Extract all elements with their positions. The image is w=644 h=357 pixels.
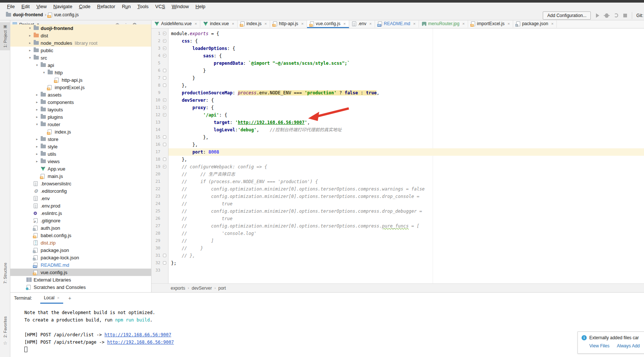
chevron-down-icon[interactable]: ▾ xyxy=(35,63,39,67)
fold-marker-icon[interactable] xyxy=(163,39,166,43)
tree-item-dist[interactable]: ▸dist xyxy=(10,32,151,39)
tree-item-.editorconfig[interactable]: ⚙.editorconfig xyxy=(10,187,151,195)
fold-marker-icon[interactable] xyxy=(163,261,166,265)
menu-item[interactable]: Edit xyxy=(18,4,33,9)
fold-marker-icon[interactable] xyxy=(163,158,166,161)
tree-item-views[interactable]: ▸views xyxy=(10,158,151,165)
tab-package.json[interactable]: {}package.json× xyxy=(513,20,557,28)
fold-marker-icon[interactable] xyxy=(163,76,166,80)
tree-item-App.vue[interactable]: App.vue xyxy=(10,165,151,172)
chevron-right-icon[interactable]: ▸ xyxy=(35,145,39,148)
breadcrumb-file[interactable]: vue.config.js xyxy=(54,12,79,17)
menu-item[interactable]: Refactor xyxy=(94,4,119,9)
fold-marker-icon[interactable] xyxy=(163,54,166,57)
tree-item-layouts[interactable]: ▸layouts xyxy=(10,106,151,113)
tool-window-button-favorites[interactable]: 2: Favorites ☆ xyxy=(0,316,10,346)
tab-close-icon[interactable]: × xyxy=(232,21,234,26)
tree-item-External Libraries[interactable]: External Libraries xyxy=(10,276,151,283)
tree-item-src[interactable]: ▾src xyxy=(10,54,151,61)
tree-item-.env.prod[interactable]: .env.prod xyxy=(10,202,151,209)
terminal-tab-close-icon[interactable]: × xyxy=(57,296,59,300)
tool-window-button-project[interactable]: ▣ 1: Project xyxy=(0,22,10,50)
tab-README.md[interactable]: MDREADME.md× xyxy=(375,20,419,28)
fold-marker-icon[interactable] xyxy=(163,165,166,168)
breadcrumb-project[interactable]: duoji-frontend xyxy=(13,12,43,17)
chevron-right-icon[interactable]: ▸ xyxy=(35,159,39,163)
add-configuration-button[interactable]: Add Configuration... xyxy=(543,11,591,20)
editor-breadcrumb-port[interactable]: port xyxy=(218,286,226,291)
tree-item-babel.config.js[interactable]: JSbabel.config.js xyxy=(10,232,151,239)
chevron-right-icon[interactable]: ▸ xyxy=(35,152,39,156)
chevron-right-icon[interactable]: ▸ xyxy=(35,115,39,119)
menu-item[interactable]: File xyxy=(4,4,18,9)
tree-item-style[interactable]: ▸style xyxy=(10,143,151,150)
tree-item-duoji-frontend[interactable]: ▾duoji-frontend xyxy=(10,24,151,32)
tree-item-http[interactable]: ▾http xyxy=(10,69,151,76)
tree-item-components[interactable]: ▸components xyxy=(10,98,151,106)
chevron-right-icon[interactable]: ▸ xyxy=(35,137,39,141)
fold-marker-icon[interactable] xyxy=(163,98,166,102)
tab-http-api.js[interactable]: JShttp-api.js× xyxy=(270,20,307,28)
menu-item[interactable]: VCS xyxy=(152,4,168,9)
tree-item-index.js[interactable]: JSindex.js xyxy=(10,128,151,135)
terminal-tab-local[interactable]: Local × xyxy=(40,293,63,304)
tree-item-.browserslistrc[interactable]: .browserslistrc xyxy=(10,180,151,187)
tab-close-icon[interactable]: × xyxy=(343,21,345,26)
terminal-link[interactable]: http://192.168.66.56:9007 xyxy=(105,332,171,337)
tree-item-router[interactable]: ▾router xyxy=(10,121,151,128)
terminal-output[interactable]: Note that the development build is not o… xyxy=(10,304,644,353)
chevron-down-icon[interactable]: ▾ xyxy=(42,71,46,74)
chevron-down-icon[interactable]: ▾ xyxy=(28,56,32,60)
tab-importExcel.js[interactable]: JSimportExcel.js× xyxy=(468,20,513,28)
tree-item-node_modules[interactable]: ▸node_moduleslibrary root xyxy=(10,39,151,47)
chevron-right-icon[interactable]: ▸ xyxy=(28,34,32,37)
tree-item-package.json[interactable]: {}package.json xyxy=(10,246,151,254)
tab-close-icon[interactable]: × xyxy=(413,21,415,26)
chevron-right-icon[interactable]: ▸ xyxy=(35,100,39,104)
tab-AsideMenu.vue[interactable]: AsideMenu.vue× xyxy=(151,20,200,28)
tree-item-package-lock.json[interactable]: {}package-lock.json xyxy=(10,254,151,261)
tree-item-importExcel.js[interactable]: JSimportExcel.js xyxy=(10,84,151,91)
run-with-coverage-icon[interactable] xyxy=(613,13,619,18)
terminal-link[interactable]: http://192.168.66.56:9007 xyxy=(107,340,174,345)
tree-item-Scratches and Consoles[interactable]: Scratches and Consoles xyxy=(10,283,151,291)
tree-item-utils[interactable]: ▸utils xyxy=(10,150,151,158)
tab-close-icon[interactable]: × xyxy=(301,21,303,26)
tab-close-icon[interactable]: × xyxy=(462,21,464,26)
run-icon[interactable] xyxy=(595,13,600,18)
tree-item-main.js[interactable]: JSmain.js xyxy=(10,172,151,180)
tab-vue.config.js[interactable]: JSvue.config.js× xyxy=(307,20,349,28)
fold-marker-icon[interactable] xyxy=(163,69,166,72)
fold-marker-icon[interactable] xyxy=(163,113,166,117)
menu-item[interactable]: Run xyxy=(119,4,134,9)
tree-item-.eslintrc.js[interactable]: .eslintrc.js xyxy=(10,209,151,217)
git-branch-widget[interactable]: Git: xyxy=(636,13,643,18)
code-editor[interactable]: 1module.exports = {2 css: {3 loaderOptio… xyxy=(151,28,644,283)
fold-marker-icon[interactable] xyxy=(163,106,166,109)
chevron-down-icon[interactable]: ▾ xyxy=(35,122,39,126)
chevron-right-icon[interactable]: ▸ xyxy=(28,41,32,45)
menu-item[interactable]: Code xyxy=(76,4,94,9)
tab-menuRouter.jpg[interactable]: menuRouter.jpg× xyxy=(419,20,468,28)
tree-item-README.md[interactable]: MDREADME.md xyxy=(10,261,151,269)
editor-breadcrumb-devServer[interactable]: devServer xyxy=(192,286,212,291)
menu-item[interactable]: Window xyxy=(168,4,192,9)
tab-close-icon[interactable]: × xyxy=(369,21,371,26)
fold-marker-icon[interactable] xyxy=(163,254,166,257)
new-terminal-session-icon[interactable]: + xyxy=(68,295,71,301)
menu-item[interactable]: Help xyxy=(192,4,209,9)
chevron-right-icon[interactable]: ▸ xyxy=(35,108,39,111)
menu-item[interactable]: Navigate xyxy=(50,4,75,9)
tree-item-dist.zip[interactable]: dist.zip xyxy=(10,239,151,246)
tab-close-icon[interactable]: × xyxy=(551,21,553,26)
chevron-right-icon[interactable]: ▸ xyxy=(28,48,32,52)
tab-index.js[interactable]: JSindex.js× xyxy=(238,20,270,28)
stop-icon[interactable] xyxy=(623,13,628,18)
menu-item[interactable]: View xyxy=(33,4,50,9)
editor-breadcrumb-exports[interactable]: exports xyxy=(171,286,185,291)
tab-close-icon[interactable]: × xyxy=(507,21,510,26)
tree-item-store[interactable]: ▸store xyxy=(10,135,151,143)
fold-marker-icon[interactable] xyxy=(163,47,166,50)
menu-item[interactable]: Tools xyxy=(134,4,152,9)
fold-marker-icon[interactable] xyxy=(163,143,166,146)
